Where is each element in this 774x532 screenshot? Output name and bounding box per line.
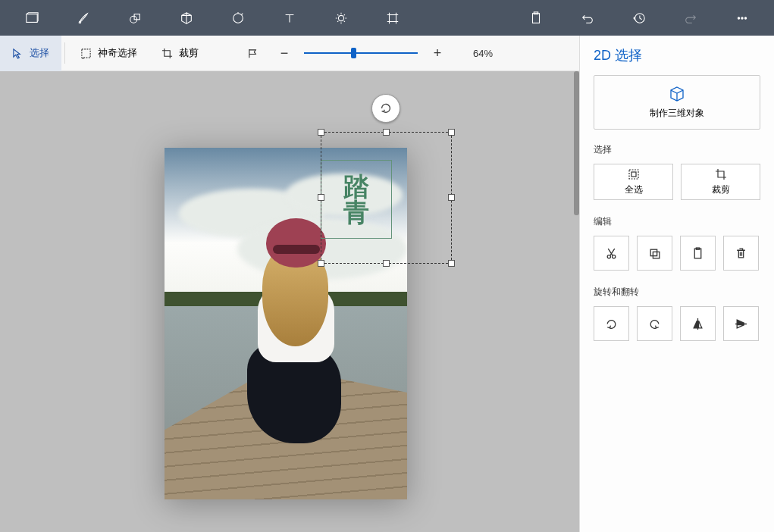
text-tool[interactable] xyxy=(264,0,315,36)
svg-point-18 xyxy=(607,255,610,258)
vertical-scrollbar[interactable] xyxy=(574,71,579,532)
select-all-button[interactable]: 全选 xyxy=(594,164,673,200)
svg-point-4 xyxy=(233,13,243,23)
svg-point-11 xyxy=(741,17,743,18)
handle-w[interactable] xyxy=(318,194,324,201)
delete-button[interactable] xyxy=(723,236,759,271)
redo-button[interactable] xyxy=(665,0,716,36)
flag-icon[interactable] xyxy=(241,36,265,71)
rotate-right-button[interactable] xyxy=(594,306,629,341)
zoom-controls: − + xyxy=(241,36,450,71)
rotate-handle[interactable] xyxy=(371,94,400,123)
canvas-workspace[interactable]: 踏 青 xyxy=(0,71,579,532)
canvas-tool[interactable] xyxy=(367,0,418,36)
handle-e[interactable] xyxy=(448,194,455,201)
zoom-readout: 64% xyxy=(465,48,501,59)
flip-vertical-button[interactable] xyxy=(723,306,759,341)
svg-rect-13 xyxy=(82,49,90,57)
svg-point-12 xyxy=(744,17,746,18)
handle-nw[interactable] xyxy=(318,129,324,136)
brush-tool[interactable] xyxy=(58,0,109,36)
svg-rect-21 xyxy=(653,252,660,258)
selection-marquee[interactable] xyxy=(321,132,452,264)
copy-button[interactable] xyxy=(637,236,672,271)
zoom-slider[interactable] xyxy=(304,52,418,54)
handle-ne[interactable] xyxy=(448,129,455,136)
svg-rect-7 xyxy=(533,13,540,23)
panel-paste-button[interactable] xyxy=(680,236,716,271)
panel-title: 2D 选择 xyxy=(594,46,760,64)
handle-n[interactable] xyxy=(383,129,390,136)
zoom-out-button[interactable]: − xyxy=(272,41,296,65)
stickers-tool[interactable] xyxy=(212,0,264,36)
magic-select-tool[interactable]: 神奇选择 xyxy=(68,36,149,71)
right-panel: 2D 选择 制作三维对象 选择 全选 裁剪 编辑 旋转和翻转 xyxy=(579,36,774,532)
more-button[interactable] xyxy=(716,0,768,36)
menu-button[interactable] xyxy=(6,0,58,36)
shapes2d-tool[interactable] xyxy=(109,0,161,36)
handle-sw[interactable] xyxy=(318,260,324,267)
flip-horizontal-button[interactable] xyxy=(680,306,716,341)
shapes3d-tool[interactable] xyxy=(161,0,212,36)
select-label: 选择 xyxy=(30,46,49,60)
svg-rect-22 xyxy=(694,249,701,258)
select-all-label: 全选 xyxy=(625,183,643,196)
make-3d-button[interactable]: 制作三维对象 xyxy=(594,75,760,130)
crop-label: 裁剪 xyxy=(179,46,199,60)
cut-button[interactable] xyxy=(594,236,629,271)
section-rotate-label: 旋转和翻转 xyxy=(594,286,760,299)
handle-se[interactable] xyxy=(448,260,455,267)
svg-rect-16 xyxy=(629,170,638,179)
scrollbar-thumb[interactable] xyxy=(574,71,579,215)
svg-rect-20 xyxy=(650,249,657,256)
svg-point-10 xyxy=(738,17,739,18)
svg-rect-6 xyxy=(390,14,396,21)
zoom-in-button[interactable]: + xyxy=(425,41,450,65)
effects-tool[interactable] xyxy=(315,0,367,36)
section-select-label: 选择 xyxy=(594,143,760,156)
history-button[interactable] xyxy=(613,0,665,36)
select-tool[interactable]: 选择 xyxy=(0,36,61,71)
rotate-left-button[interactable] xyxy=(637,306,672,341)
make-3d-label: 制作三维对象 xyxy=(650,107,704,120)
crop-tool[interactable]: 裁剪 xyxy=(149,36,211,71)
svg-rect-0 xyxy=(27,14,37,22)
handle-s[interactable] xyxy=(383,260,390,267)
panel-crop-label: 裁剪 xyxy=(712,183,730,196)
magic-select-label: 神奇选择 xyxy=(98,46,137,60)
undo-button[interactable] xyxy=(562,0,613,36)
separator xyxy=(64,42,65,64)
section-edit-label: 编辑 xyxy=(594,215,760,228)
panel-crop-button[interactable]: 裁剪 xyxy=(681,164,760,200)
zoom-slider-thumb[interactable] xyxy=(351,48,356,58)
top-ribbon xyxy=(0,0,774,36)
paste-button[interactable] xyxy=(510,0,562,36)
svg-point-5 xyxy=(338,15,343,20)
svg-point-19 xyxy=(613,255,616,258)
svg-rect-17 xyxy=(631,172,636,177)
